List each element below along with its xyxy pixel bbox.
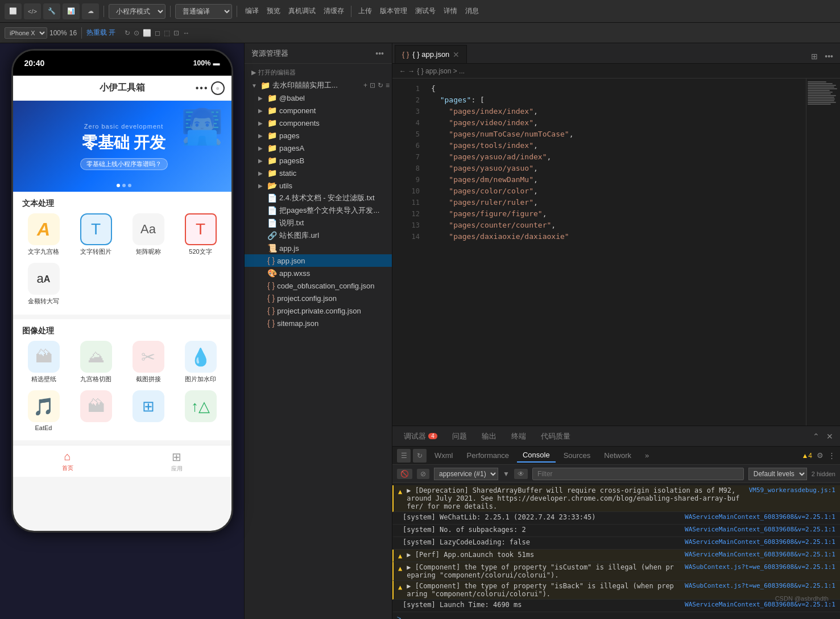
test-btn[interactable]: 测试号 [412, 5, 439, 17]
grid-item-aa[interactable]: aA 金额转大写 [20, 263, 68, 306]
clear-console-btn[interactable]: 🚫 [397, 469, 412, 479]
tree-static[interactable]: ▶ 📁 static [245, 167, 392, 179]
level-selector[interactable]: Default levels [748, 468, 807, 480]
home-btn[interactable]: ⊙ [134, 29, 139, 37]
screenshot-btn[interactable]: ⬜ [143, 29, 151, 37]
split-editor-btn[interactable]: ⊞ [809, 49, 820, 63]
terminal-tab[interactable]: 终端 [504, 428, 533, 444]
console-link-5[interactable]: WASubContext.js?t=we_60839608&v=2.25.1:1 [685, 563, 835, 571]
console-active-tab[interactable]: Console [517, 448, 556, 463]
messages-btn[interactable]: 消息 [462, 5, 482, 17]
tree-tech-doc[interactable]: 📄 2.4.技术文档 - 安全过滤版.txt [245, 192, 392, 204]
editor-icon-btn[interactable]: </> [24, 3, 41, 19]
tree-sitemap[interactable]: { } sitemap.json [245, 317, 392, 329]
add-file-btn[interactable]: + [363, 81, 367, 89]
issues-tab[interactable]: 问题 [445, 428, 474, 444]
tab-appjson[interactable]: { } { } app.json ✕ [395, 45, 467, 63]
compile-btn[interactable]: 编译 [242, 5, 262, 17]
resize-btn[interactable]: ↔ [183, 29, 189, 37]
phone-navbar-circle[interactable]: ● [211, 81, 225, 95]
explorer-more-btn[interactable]: ••• [374, 48, 385, 59]
pause-on-error-btn[interactable]: ⊘ [417, 469, 429, 479]
devtools-cursor-btn[interactable]: ↻ [413, 449, 427, 463]
console-link-1[interactable]: WAServiceMainContext_60839608&v=2.25.1:1 [685, 513, 835, 521]
console-link-4[interactable]: WAServiceMainContext_60839608&v=2.25.1:1 [685, 551, 835, 558]
devtools-more-btn[interactable]: ⋮ [828, 451, 835, 460]
tree-obfuscation[interactable]: { } code_obfuscation_config.json [245, 279, 392, 292]
preview-btn[interactable]: 预览 [263, 5, 284, 17]
location-btn[interactable]: ⊡ [173, 29, 179, 37]
nav-home[interactable]: ⌂ 首页 [62, 450, 73, 472]
device-selector[interactable]: iPhone X [5, 27, 47, 39]
tree-appwxss[interactable]: 🎨 app.wxss [245, 267, 392, 279]
hot-reload-btn[interactable]: 热重载 开 [86, 28, 115, 38]
grid-item-2[interactable]: Aa 矩阵昵称 [125, 213, 172, 256]
clear-cache-btn[interactable]: 清缓存 [320, 5, 347, 17]
console-link-2[interactable]: WAServiceMainContext_60839608&v=2.25.1:1 [685, 526, 835, 533]
output-tab[interactable]: 输出 [475, 428, 503, 444]
tree-projectconfig[interactable]: { } project.config.json [245, 292, 392, 304]
devtools-settings-btn[interactable]: ⚙ [817, 451, 824, 460]
extra-img-item-2[interactable]: ⊞ [125, 390, 172, 431]
tree-pages-import[interactable]: 📄 把pages整个文件夹导入开发... [245, 204, 392, 217]
real-debug-btn[interactable]: 真机调试 [285, 5, 319, 17]
tree-projectprivate[interactable]: { } project.private.config.json [245, 304, 392, 317]
context-dropdown-btn[interactable]: ▼ [503, 470, 510, 478]
code-quality-tab[interactable]: 代码质量 [534, 428, 577, 444]
network-tab[interactable]: Network [598, 449, 637, 462]
tree-babel[interactable]: ▶ 📁 @babel [245, 92, 392, 104]
cloud-icon-btn[interactable]: ☁ [82, 3, 99, 19]
add-folder-btn[interactable]: ⊡ [370, 81, 375, 89]
img-grid-item-0[interactable]: 🏔 精选壁纸 [20, 341, 68, 383]
context-selector[interactable]: appservice (#1) [434, 468, 498, 480]
tree-url[interactable]: 🔗 站长图库.url [245, 229, 392, 242]
upload-btn[interactable]: 上传 [355, 5, 375, 17]
extra-img-item-1[interactable]: 🏔 [72, 390, 120, 431]
img-grid-item-1[interactable]: ⛰ 九宫格切图 [72, 341, 120, 383]
phone-navbar-dots[interactable]: ••• [196, 83, 209, 93]
tree-component[interactable]: ▶ 📁 component [245, 104, 392, 117]
screen-rotate-btn[interactable]: ◻ [155, 29, 160, 37]
refresh-btn[interactable]: ↻ [125, 29, 130, 37]
console-expand-btn[interactable]: ⌃ [810, 430, 822, 443]
debugger-icon-btn[interactable]: 🔧 [43, 3, 60, 19]
tree-pagesa[interactable]: ▶ 📁 pagesA [245, 142, 392, 154]
project-root[interactable]: ▼ 📁 去水印囍囍实用工... + ⊡ ↻ ≡ [245, 79, 392, 92]
open-editors-section[interactable]: ▶ 打开的编辑器 [245, 66, 392, 79]
wxml-tab[interactable]: Wxml [429, 449, 459, 462]
collapse-btn[interactable]: ≡ [386, 81, 390, 89]
tab-close-btn[interactable]: ✕ [453, 50, 460, 59]
performance-tab[interactable]: Performance [461, 449, 515, 462]
console-link-6[interactable]: WASubContext.js?t=we_60839608&v=2.25.1:1 [685, 582, 835, 589]
eye-btn[interactable]: 👁 [514, 469, 528, 479]
refresh-tree-btn[interactable]: ↻ [378, 81, 383, 89]
visualization-icon-btn[interactable]: 📊 [63, 3, 80, 19]
grid-item-0[interactable]: A 文字九宫格 [20, 213, 68, 256]
mode-selector[interactable]: 小程序模式 [109, 4, 165, 19]
img-grid-item-2[interactable]: ✂ 截图拼接 [125, 341, 172, 383]
code-content[interactable]: { "pages": [ "pages/index/index", "pages… [424, 79, 806, 426]
tree-components[interactable]: ▶ 📁 components [245, 117, 392, 129]
nav-apps[interactable]: ⊞ 应用 [171, 450, 183, 473]
simulator-icon-btn[interactable]: ⬜ [5, 3, 22, 19]
tree-appjs[interactable]: 📜 app.js [245, 242, 392, 254]
tree-pages[interactable]: ▶ 📁 pages [245, 129, 392, 142]
console-filter-input[interactable] [532, 468, 744, 480]
more-tabs-btn[interactable]: ••• [822, 49, 835, 63]
console-close-btn[interactable]: ✕ [824, 430, 835, 443]
extra-img-item-0[interactable]: 🎵 EatEd [20, 390, 68, 431]
console-link-0[interactable]: VM59_workerasdebug.js:1 [749, 486, 835, 494]
console-link-3[interactable]: WAServiceMainContext_60839608&v=2.25.1:1 [685, 538, 835, 546]
grid-item-1[interactable]: T 文字转图片 [72, 213, 120, 256]
tree-readme[interactable]: 📄 说明.txt [245, 217, 392, 229]
details-btn[interactable]: 详情 [440, 5, 461, 17]
compile-selector[interactable]: 普通编译 [175, 4, 232, 19]
phone-content[interactable]: 小伊工具箱 ••• ● Zero basic development 零基础 开… [13, 76, 231, 533]
img-grid-item-3[interactable]: 💧 图片加水印 [177, 341, 225, 383]
tree-pagesb[interactable]: ▶ 📁 pagesB [245, 154, 392, 167]
version-mgr-btn[interactable]: 版本管理 [376, 5, 411, 17]
devtools-inspect-btn[interactable]: ☰ [397, 449, 411, 463]
more-tabs-indicator[interactable]: » [639, 449, 655, 462]
debugger-tab[interactable]: 调试器 4 [397, 428, 444, 444]
tree-utils[interactable]: ▶ 📂 utils [245, 179, 392, 192]
